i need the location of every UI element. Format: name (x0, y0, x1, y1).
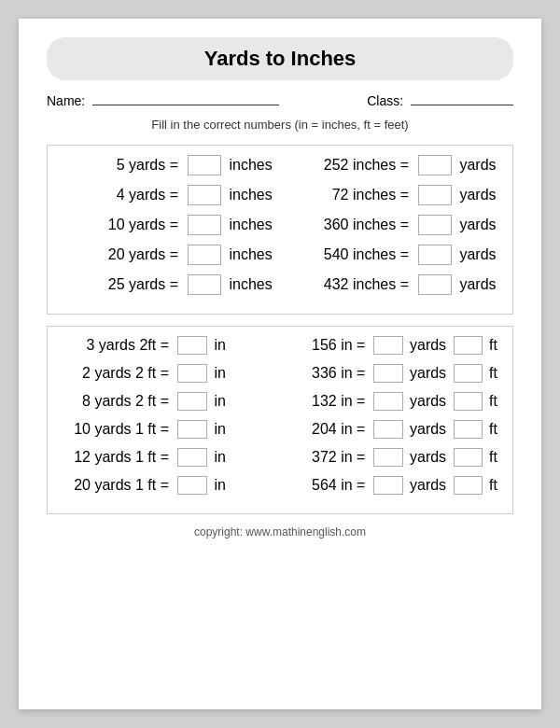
answer-input[interactable] (177, 448, 207, 467)
answer-input-yards[interactable] (373, 420, 402, 439)
answer-input-ft[interactable] (454, 476, 483, 495)
section1-row-2: 10 yards = inches 360 inches = yards (63, 215, 497, 235)
left-unit: inches (225, 157, 273, 174)
answer-input[interactable] (418, 274, 452, 295)
right-unit: yards (455, 246, 497, 263)
right-question: 132 in = (289, 393, 371, 410)
left-question: 4 yards = (63, 187, 184, 203)
left-question: 5 yards = (63, 157, 184, 174)
right-unit: yards (455, 157, 497, 174)
name-label: Name: (47, 93, 279, 108)
answer-input-ft[interactable] (454, 420, 483, 439)
col-right: 204 in = yards ft (280, 420, 497, 439)
right-unit1: yards (406, 421, 451, 438)
col-left: 12 yards 1 ft = in (63, 448, 280, 467)
col-left: 8 yards 2 ft = in (63, 392, 280, 411)
left-unit: inches (225, 246, 273, 263)
name-input-line (92, 105, 279, 105)
class-label: Class: (367, 93, 513, 108)
answer-input[interactable] (177, 336, 207, 355)
col-left: 20 yards = inches (63, 245, 274, 265)
right-unit1: yards (406, 365, 451, 382)
section2-row-0: 3 yards 2ft = in 156 in = yards ft (63, 336, 497, 355)
right-question: 540 inches = (293, 246, 414, 263)
col-left: 20 yards 1 ft = in (63, 476, 280, 495)
col-right: 72 inches = yards (274, 185, 497, 205)
left-question: 3 yards 2ft = (63, 337, 175, 354)
answer-input-yards[interactable] (373, 364, 402, 383)
right-unit2: ft (485, 365, 497, 382)
answer-input-ft[interactable] (454, 336, 483, 355)
section1-row-0: 5 yards = inches 252 inches = yards (63, 155, 497, 175)
left-question: 25 yards = (63, 276, 184, 293)
copyright-text: copyright: www.mathinenglish.com (47, 525, 513, 539)
right-question: 336 in = (289, 365, 371, 382)
answer-input[interactable] (188, 274, 221, 295)
answer-input[interactable] (418, 185, 452, 205)
answer-input[interactable] (177, 476, 207, 495)
answer-input[interactable] (418, 215, 452, 235)
col-right: 252 inches = yards (274, 155, 497, 175)
left-question: 8 yards 2 ft = (63, 393, 175, 410)
answer-input[interactable] (188, 155, 221, 175)
answer-input[interactable] (188, 245, 221, 265)
right-question: 252 inches = (293, 157, 414, 174)
answer-input-yards[interactable] (373, 476, 402, 495)
answer-input[interactable] (177, 420, 207, 439)
answer-input-yards[interactable] (373, 448, 402, 467)
section2-row-5: 20 yards 1 ft = in 564 in = yards ft (63, 476, 497, 495)
left-question: 2 yards 2 ft = (63, 365, 175, 382)
left-unit: in (210, 449, 226, 466)
section1-row-4: 25 yards = inches 432 inches = yards (63, 274, 497, 295)
section2-row-4: 12 yards 1 ft = in 372 in = yards ft (63, 448, 497, 467)
col-left: 3 yards 2ft = in (63, 336, 280, 355)
right-question: 360 inches = (293, 217, 414, 233)
col-left: 10 yards = inches (63, 215, 274, 235)
left-unit: inches (225, 187, 273, 203)
right-question: 432 inches = (293, 276, 414, 293)
answer-input[interactable] (188, 215, 221, 235)
answer-input[interactable] (418, 245, 452, 265)
col-left: 2 yards 2 ft = in (63, 364, 280, 383)
name-class-row: Name: Class: (47, 93, 513, 108)
section1-row-3: 20 yards = inches 540 inches = yards (63, 245, 497, 265)
col-right: 156 in = yards ft (280, 336, 497, 355)
col-right: 432 inches = yards (274, 274, 497, 295)
col-right: 372 in = yards ft (280, 448, 497, 467)
right-unit2: ft (485, 393, 497, 410)
section2-row-2: 8 yards 2 ft = in 132 in = yards ft (63, 392, 497, 411)
answer-input-yards[interactable] (373, 336, 402, 355)
right-question: 204 in = (289, 421, 371, 438)
answer-input-ft[interactable] (454, 364, 483, 383)
col-left: 5 yards = inches (63, 155, 274, 175)
col-right: 132 in = yards ft (280, 392, 497, 411)
answer-input[interactable] (188, 185, 221, 205)
section-1: 5 yards = inches 252 inches = yards 4 ya… (47, 145, 513, 315)
right-question: 72 inches = (293, 187, 414, 203)
right-unit2: ft (485, 477, 497, 494)
right-unit1: yards (406, 449, 451, 466)
answer-input[interactable] (177, 364, 207, 383)
answer-input-yards[interactable] (373, 392, 402, 411)
page: Yards to Inches Name: Class: Fill in the… (19, 19, 541, 709)
col-right: 360 inches = yards (274, 215, 497, 235)
class-input-line (411, 105, 513, 105)
right-unit: yards (455, 276, 497, 293)
left-unit: in (210, 337, 226, 354)
right-question: 156 in = (289, 337, 371, 354)
right-unit1: yards (406, 337, 451, 354)
answer-input[interactable] (177, 392, 207, 411)
col-right: 540 inches = yards (274, 245, 497, 265)
left-question: 20 yards 1 ft = (63, 477, 175, 494)
answer-input-ft[interactable] (454, 448, 483, 467)
left-unit: inches (225, 217, 273, 233)
answer-input[interactable] (418, 155, 452, 175)
right-unit2: ft (485, 421, 497, 438)
col-left: 25 yards = inches (63, 274, 274, 295)
section-2: 3 yards 2ft = in 156 in = yards ft 2 yar… (47, 326, 513, 514)
right-unit2: ft (485, 337, 497, 354)
col-right: 564 in = yards ft (280, 476, 497, 495)
left-question: 10 yards 1 ft = (63, 421, 175, 438)
answer-input-ft[interactable] (454, 392, 483, 411)
left-question: 20 yards = (63, 246, 184, 263)
